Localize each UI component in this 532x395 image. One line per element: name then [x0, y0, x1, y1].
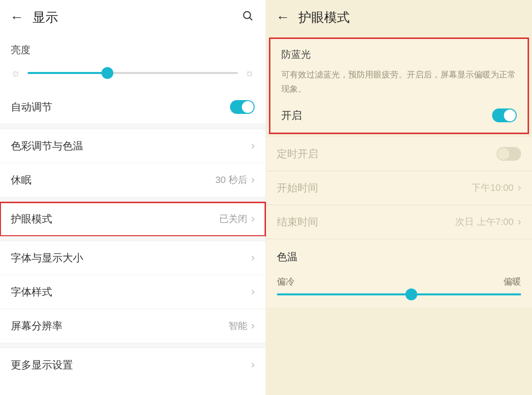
- brightness-slider[interactable]: [28, 72, 238, 74]
- back-icon[interactable]: ←: [276, 8, 295, 26]
- more-display-row[interactable]: 更多显示设置 ›: [0, 348, 266, 382]
- chevron-right-icon: ›: [251, 320, 255, 332]
- chevron-right-icon: ›: [251, 286, 255, 298]
- chevron-right-icon: ›: [518, 181, 521, 194]
- brightness-label: 亮度: [0, 35, 266, 60]
- chevron-right-icon: ›: [251, 213, 255, 225]
- font-size-row[interactable]: 字体与显示大小 ›: [0, 241, 266, 275]
- left-header: ← 显示: [0, 0, 266, 35]
- chevron-right-icon: ›: [251, 359, 255, 371]
- color-temp-title: 色温: [266, 239, 532, 267]
- brightness-block: ☼ ☼: [0, 60, 266, 90]
- color-temp-cold-label: 偏冷: [277, 276, 295, 287]
- color-adjust-row[interactable]: 色彩调节与色温 ›: [0, 129, 266, 163]
- display-settings-panel: ← 显示 亮度 ☼ ☼ 自动调节 色彩调节与色温 › 休眠 30 秒后 ›: [0, 0, 266, 395]
- eye-mode-value: 已关闭: [219, 213, 247, 225]
- auto-adjust-toggle[interactable]: [230, 100, 255, 114]
- sleep-label: 休眠: [11, 173, 32, 187]
- blue-light-desc: 可有效过滤蓝光，预防用眼疲劳。开启后，屏幕显示偏暖为正常现象。: [281, 68, 517, 97]
- start-time-value: 下午10:00: [471, 181, 514, 194]
- svg-line-1: [250, 18, 252, 20]
- brightness-thumb[interactable]: [101, 67, 113, 79]
- auto-adjust-label: 自动调节: [11, 100, 52, 114]
- back-icon[interactable]: ←: [10, 8, 29, 26]
- end-time-row[interactable]: 结束时间 次日 上午7:00 ›: [266, 205, 532, 239]
- eye-mode-label: 护眼模式: [11, 212, 52, 226]
- sleep-row[interactable]: 休眠 30 秒后 ›: [0, 163, 266, 197]
- blue-light-enable-label: 开启: [281, 108, 302, 122]
- chevron-right-icon: ›: [518, 215, 521, 228]
- resolution-label: 屏幕分辨率: [11, 319, 63, 333]
- brightness-high-icon: ☼: [245, 67, 255, 79]
- timer-row[interactable]: 定时开启: [266, 137, 532, 171]
- timer-label: 定时开启: [277, 147, 318, 161]
- page-title: 护眼模式: [299, 9, 350, 26]
- blue-light-card: 防蓝光 可有效过滤蓝光，预防用眼疲劳。开启后，屏幕显示偏暖为正常现象。 开启: [270, 39, 528, 133]
- chevron-right-icon: ›: [251, 174, 255, 186]
- color-temp-slider[interactable]: [277, 293, 521, 295]
- eye-mode-panel: ← 护眼模式 防蓝光 可有效过滤蓝光，预防用眼疲劳。开启后，屏幕显示偏暖为正常现…: [266, 0, 532, 395]
- end-time-value: 次日 上午7:00: [455, 215, 513, 228]
- chevron-right-icon: ›: [251, 140, 255, 152]
- start-time-row[interactable]: 开始时间 下午10:00 ›: [266, 171, 532, 205]
- start-time-label: 开始时间: [277, 181, 318, 195]
- blue-light-highlight: 防蓝光 可有效过滤蓝光，预防用眼疲劳。开启后，屏幕显示偏暖为正常现象。 开启: [269, 37, 529, 134]
- right-header: ← 护眼模式: [266, 0, 532, 35]
- color-temp-thumb[interactable]: [405, 288, 417, 300]
- font-style-label: 字体样式: [11, 285, 52, 299]
- color-adjust-label: 色彩调节与色温: [11, 139, 83, 153]
- font-size-label: 字体与显示大小: [11, 251, 83, 265]
- brightness-low-icon: ☼: [11, 67, 21, 79]
- color-temp-warm-label: 偏暖: [503, 276, 521, 287]
- timer-toggle[interactable]: [497, 147, 521, 161]
- color-temp-block: 偏冷 偏暖: [266, 267, 532, 307]
- resolution-row[interactable]: 屏幕分辨率 智能 ›: [0, 309, 266, 343]
- blue-light-enable-row[interactable]: 开启: [281, 106, 517, 123]
- blue-light-toggle[interactable]: [492, 108, 517, 122]
- svg-point-0: [244, 12, 251, 19]
- resolution-value: 智能: [229, 320, 247, 332]
- eye-mode-row[interactable]: 护眼模式 已关闭 ›: [0, 202, 266, 236]
- chevron-right-icon: ›: [251, 251, 255, 264]
- auto-adjust-row[interactable]: 自动调节: [0, 90, 266, 124]
- search-icon[interactable]: [240, 8, 256, 27]
- more-display-label: 更多显示设置: [11, 358, 73, 372]
- sleep-value: 30 秒后: [215, 174, 247, 186]
- page-title: 显示: [33, 9, 58, 26]
- font-style-row[interactable]: 字体样式 ›: [0, 275, 266, 309]
- end-time-label: 结束时间: [277, 215, 318, 229]
- blue-light-title: 防蓝光: [281, 48, 517, 61]
